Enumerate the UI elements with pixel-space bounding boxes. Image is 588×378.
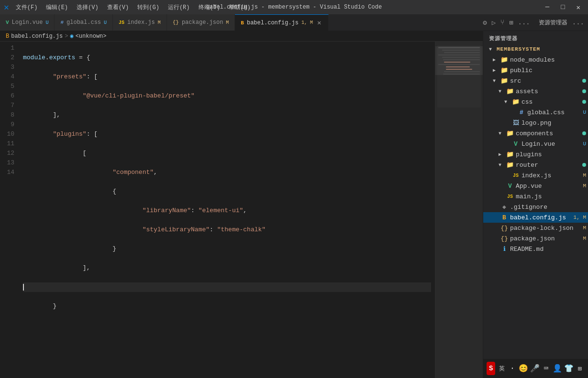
sidebar: 资源管理器 ▼ MEMBERSYSTEM ▶ 📁 node_modules ▶ … xyxy=(483,31,588,378)
sidebar-item-css[interactable]: ▼ 📁 css xyxy=(483,97,588,107)
breadcrumb-scope[interactable]: <unknown> xyxy=(76,33,107,40)
code-line-14: } xyxy=(23,302,431,311)
taskbar-keyboard-icon[interactable]: ⌨ xyxy=(542,362,550,375)
taskbar-user-icon[interactable]: 👤 xyxy=(553,362,562,375)
maximize-button[interactable]: □ xyxy=(557,2,568,12)
sidebar-item-main-js[interactable]: JS main.js xyxy=(483,191,588,202)
code-content[interactable]: module.exports = { "presets": [ "@vue/cl… xyxy=(19,42,435,378)
more-actions-icon[interactable]: ... xyxy=(518,19,530,26)
js-icon: JS xyxy=(512,173,520,178)
sidebar-item-public[interactable]: ▶ 📁 public xyxy=(483,65,588,76)
sidebar-item-package-lock-json[interactable]: {} package-lock.json M xyxy=(483,223,588,233)
json-icon: {} xyxy=(500,235,508,242)
tab-badge: M xyxy=(226,20,229,25)
file-label: Login.vue xyxy=(521,140,581,148)
modified-badge: M xyxy=(583,183,586,189)
spacer xyxy=(504,173,510,178)
info-icon: ℹ xyxy=(500,245,508,253)
titlebar-right: ─ □ ✕ xyxy=(542,2,584,12)
menu-select[interactable]: 选择(V) xyxy=(73,2,102,12)
folder-label: assets xyxy=(516,88,580,95)
code-line-11: } xyxy=(23,244,431,254)
taskbar-s-icon[interactable]: S xyxy=(487,362,495,375)
vue-icon: V xyxy=(506,183,514,190)
sidebar-item-router[interactable]: ▼ 📁 router xyxy=(483,160,588,170)
sidebar-item-app-vue[interactable]: V App.vue M xyxy=(483,181,588,191)
file-label: babel.config.js xyxy=(510,214,572,221)
tab-babel-config-js[interactable]: B babel.config.js 1, M ✕ xyxy=(235,14,329,31)
modified-badge: 1, M xyxy=(574,215,586,220)
sidebar-item-global-css[interactable]: # global.css U xyxy=(483,107,588,118)
tab-badge: U xyxy=(45,20,48,25)
folder-icon: 📁 xyxy=(500,66,508,74)
arrow-icon: ▼ xyxy=(499,89,504,94)
minimize-button[interactable]: ─ xyxy=(542,2,553,12)
sidebar-item-components[interactable]: ▼ 📁 components xyxy=(483,128,588,139)
spacer xyxy=(493,236,499,241)
breadcrumb-filename[interactable]: babel.config.js xyxy=(11,33,63,40)
split-editor-icon[interactable]: ⊞ xyxy=(509,19,513,27)
menu-edit[interactable]: 编辑(E) xyxy=(42,2,72,12)
file-label: package.json xyxy=(510,235,581,242)
spacer xyxy=(493,205,499,210)
tab-close-button[interactable]: ✕ xyxy=(316,18,322,27)
folder-label: node_modules xyxy=(510,56,588,64)
tab-package-json[interactable]: {} package.json M xyxy=(167,14,235,31)
menu-goto[interactable]: 转到(G) xyxy=(133,2,163,12)
tab-badge: U xyxy=(104,20,107,25)
tab-label: babel.config.js xyxy=(247,20,299,26)
code-editor[interactable]: 1 2 3 4 5 6 7 8 9 10 11 12 13 14 module.… xyxy=(0,42,483,378)
taskbar-mic-icon[interactable]: 🎤 xyxy=(530,362,540,375)
taskbar-emoji-icon[interactable]: 😊 xyxy=(519,362,528,375)
sidebar-item-logo-png[interactable]: 🖼 logo.png xyxy=(483,118,588,128)
sidebar-item-plugins[interactable]: ▶ 📁 plugins xyxy=(483,149,588,160)
code-line-13 xyxy=(23,282,431,292)
sidebar-item-membersystem[interactable]: ▼ MEMBERSYSTEM xyxy=(483,44,588,54)
menu-view[interactable]: 查看(V) xyxy=(103,2,133,12)
tab-index-js[interactable]: JS index.js M xyxy=(113,14,167,31)
sidebar-item-assets[interactable]: ▼ 📁 assets xyxy=(483,86,588,97)
folder-icon: 📁 xyxy=(500,56,508,64)
folder-icon: 📁 xyxy=(506,161,514,169)
code-line-2: "presets": [ xyxy=(23,72,431,82)
menu-file[interactable]: 文件(F) xyxy=(12,2,42,12)
branch-icon[interactable]: ⑂ xyxy=(500,19,504,26)
taskbar-dot-icon[interactable]: · xyxy=(508,362,517,375)
close-button[interactable]: ✕ xyxy=(573,2,584,12)
taskbar-shirt-icon[interactable]: 👕 xyxy=(564,362,574,375)
taskbar-lang-icon[interactable]: 英 xyxy=(497,362,506,375)
code-line-5: "plugins": [ xyxy=(23,130,431,139)
folder-label: components xyxy=(516,130,580,137)
sidebar-item-node-modules[interactable]: ▶ 📁 node_modules xyxy=(483,54,588,65)
menu-run[interactable]: 运行(R) xyxy=(164,2,194,12)
spacer xyxy=(499,184,504,189)
modified-dot xyxy=(582,79,586,83)
spacer xyxy=(493,247,499,252)
sidebar-item-gitignore[interactable]: ◆ .gitignore xyxy=(483,202,588,212)
tab-login-vue[interactable]: V Login.vue U xyxy=(0,14,55,31)
sidebar-item-router-index-js[interactable]: JS index.js M xyxy=(483,170,588,181)
file-label: package-lock.json xyxy=(510,225,581,232)
untracked-badge: U xyxy=(583,109,586,115)
folder-label: src xyxy=(510,77,580,85)
minimap[interactable] xyxy=(435,42,483,378)
sidebar-item-src[interactable]: ▼ 📁 src xyxy=(483,76,588,86)
titlebar: ✕ 文件(F) 编辑(E) 选择(V) 查看(V) 转到(G) 运行(R) 终端… xyxy=(0,0,588,14)
json-icon: {} xyxy=(500,225,508,232)
sidebar-item-package-json[interactable]: {} package.json M xyxy=(483,233,588,244)
file-label: main.js xyxy=(516,193,588,200)
json-icon: {} xyxy=(173,20,179,25)
run-icon[interactable]: ▷ xyxy=(492,19,496,27)
modified-dot xyxy=(582,100,586,104)
resource-manager-label[interactable]: 资源管理器 xyxy=(539,19,567,27)
editor-area: B babel.config.js > ◉ <unknown> 1 2 3 4 … xyxy=(0,31,483,378)
sidebar-item-babel-config-js[interactable]: B babel.config.js 1, M xyxy=(483,212,588,223)
sidebar-item-readme-md[interactable]: ℹ README.md xyxy=(483,244,588,254)
taskbar-grid-icon[interactable]: ⊞ xyxy=(576,362,584,375)
tab-badge: M xyxy=(158,20,161,25)
file-label: index.js xyxy=(521,172,581,179)
sidebar-item-login-vue[interactable]: V Login.vue U xyxy=(483,139,588,149)
settings-icon[interactable]: ⚙ xyxy=(483,19,487,27)
tab-global-css[interactable]: # global.css U xyxy=(55,14,113,31)
ellipsis-icon[interactable]: ... xyxy=(572,19,584,26)
